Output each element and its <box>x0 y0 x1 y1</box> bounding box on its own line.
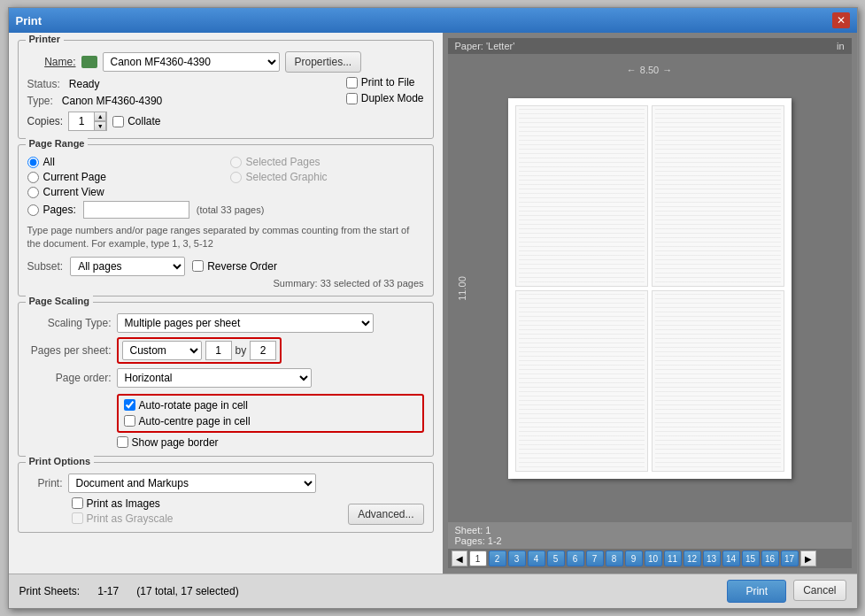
options-content: Print: Document and Markups Print as Ima… <box>27 470 424 525</box>
print-as-images-checkbox[interactable] <box>72 497 83 509</box>
page-tab-10[interactable]: 10 <box>645 551 662 566</box>
page-tab-5[interactable]: 5 <box>547 551 565 566</box>
selected-graphic-radio[interactable] <box>230 172 242 183</box>
pps-outlined-box: Custom by <box>117 337 282 364</box>
print-button[interactable]: Print <box>727 580 786 603</box>
reverse-order-checkbox[interactable] <box>192 260 204 272</box>
status-row: Status: Ready <box>27 76 163 90</box>
title-bar: Print ✕ <box>9 8 857 33</box>
pages-label: Pages: <box>43 204 76 216</box>
subset-select[interactable]: All pages <box>70 257 185 276</box>
spinner-down[interactable]: ▼ <box>94 121 106 131</box>
pps-y-input[interactable] <box>250 341 276 360</box>
page-tab-16[interactable]: 16 <box>761 551 779 566</box>
print-sheets-label: Print Sheets: <box>19 585 81 597</box>
close-button[interactable]: ✕ <box>832 12 850 28</box>
properties-button[interactable]: Properties... <box>285 51 362 73</box>
page-tab-15[interactable]: 15 <box>742 551 760 566</box>
summary-row: Summary: 33 selected of 33 pages <box>27 276 424 289</box>
page-tab-2[interactable]: 2 <box>489 551 506 566</box>
printer-name-select[interactable]: Canon MF4360-4390 <box>103 52 280 72</box>
selected-graphic-label: Selected Graphic <box>246 171 328 183</box>
page-tab-7[interactable]: 7 <box>586 551 604 566</box>
page-order-row: Page order: Horizontal <box>27 368 424 388</box>
copies-row: Copies: ▲ ▼ Collate <box>27 110 163 131</box>
current-page-radio-row: Current Page <box>27 171 221 183</box>
pages-radio[interactable] <box>27 204 39 216</box>
page-tab-13[interactable]: 13 <box>703 551 721 566</box>
cancel-button[interactable]: Cancel <box>793 580 846 601</box>
print-sheets-range: 1-17 <box>97 585 119 597</box>
current-view-radio[interactable] <box>27 187 39 198</box>
page-range-section: Page Range All Selected Pages Current Pa… <box>18 144 434 296</box>
page-order-select[interactable]: Horizontal <box>117 368 312 388</box>
pps-label: Pages per sheet: <box>27 344 112 357</box>
checkbox-outlined-group: Auto-rotate page in cell Auto-centre pag… <box>117 394 424 433</box>
print-to-file-label: Print to File <box>361 76 415 89</box>
auto-centre-checkbox[interactable] <box>124 415 135 427</box>
type-row: Type: Canon MF4360-4390 <box>27 93 163 107</box>
duplex-mode-row: Duplex Mode <box>346 92 424 104</box>
checkboxes-area: Auto-rotate page in cell Auto-centre pag… <box>27 392 424 449</box>
pps-x-input[interactable] <box>205 341 232 360</box>
page-tab-1[interactable]: 1 <box>469 551 487 566</box>
page-scaling-section: Page Scaling Scaling Type: Multiple page… <box>18 302 434 457</box>
auto-centre-row: Auto-centre page in cell <box>124 415 417 427</box>
page-content-2 <box>655 109 781 283</box>
current-page-radio[interactable] <box>27 172 39 183</box>
all-radio[interactable] <box>27 157 39 168</box>
page-tab-14[interactable]: 14 <box>722 551 740 566</box>
copies-input[interactable] <box>69 112 94 130</box>
paper-preview-area: ← 8.50 → 11.00 <box>448 54 852 522</box>
scaling-type-select[interactable]: Multiple pages per sheet <box>117 313 374 333</box>
page-tab-3[interactable]: 3 <box>508 551 526 566</box>
print-to-file-checkbox[interactable] <box>346 77 358 89</box>
page-tab-12[interactable]: 12 <box>684 551 701 566</box>
page-cell-2 <box>652 105 784 287</box>
show-border-checkbox[interactable] <box>117 436 128 448</box>
print-select[interactable]: Document and Markups <box>68 474 316 493</box>
tabs-next[interactable]: ▶ <box>800 551 816 566</box>
page-tab-8[interactable]: 8 <box>606 551 623 566</box>
advanced-button[interactable]: Advanced... <box>348 504 423 525</box>
print-as-images-row: Print as Images <box>72 497 174 510</box>
tabs-prev[interactable]: ◀ <box>452 551 467 566</box>
printer-section: Printer Name: Canon MF4360-4390 Properti… <box>18 40 434 139</box>
range-grid: All Selected Pages Current Page Selected… <box>27 152 424 253</box>
selected-pages-radio[interactable] <box>230 157 242 168</box>
page-tab-6[interactable]: 6 <box>567 551 584 566</box>
print-grayscale-row: Print as Grayscale <box>72 512 174 525</box>
width-dimension: ← 8.50 → <box>627 65 672 75</box>
spinner-up[interactable]: ▲ <box>94 112 106 121</box>
print-grayscale-checkbox[interactable] <box>72 512 83 524</box>
printer-meta-left: Status: Ready Type: Canon MF4360-4390 Co… <box>27 76 163 131</box>
height-dimension: 11.00 <box>457 276 467 301</box>
pps-select[interactable]: Custom <box>122 341 202 360</box>
spinner-buttons: ▲ ▼ <box>94 112 106 131</box>
collate-checkbox[interactable] <box>112 116 124 127</box>
scaling-content: Scaling Type: Multiple pages per sheet P… <box>27 310 424 449</box>
pages-input[interactable] <box>83 201 189 219</box>
page-tab-9[interactable]: 9 <box>625 551 643 566</box>
pages-hint: Type page numbers and/or page ranges sep… <box>27 221 424 253</box>
pages-radio-row: Pages: <box>27 204 76 216</box>
pages-input-row: Pages: (total 33 pages) <box>27 201 424 219</box>
show-border-label: Show page border <box>132 436 219 449</box>
collate-label: Collate <box>127 115 160 127</box>
status-value: Ready <box>69 78 100 90</box>
current-view-radio-row: Current View <box>27 186 221 198</box>
sheet-label: Sheet: 1 <box>455 525 845 535</box>
selected-pages-label: Selected Pages <box>246 156 321 168</box>
page-tabs-row: ◀ 1 2 3 4 5 6 7 8 9 10 11 12 13 14 15 16… <box>448 549 852 568</box>
page-tab-11[interactable]: 11 <box>664 551 682 566</box>
page-content-3 <box>519 294 645 468</box>
print-as-images-label: Print as Images <box>87 497 160 510</box>
page-tab-4[interactable]: 4 <box>528 551 545 566</box>
page-tab-17[interactable]: 17 <box>781 551 799 566</box>
type-value: Canon MF4360-4390 <box>62 95 162 107</box>
page-range-title: Page Range <box>26 138 89 149</box>
show-border-row: Show page border <box>117 436 424 449</box>
auto-rotate-checkbox[interactable] <box>124 399 135 411</box>
duplex-mode-checkbox[interactable] <box>346 93 358 104</box>
print-to-file-row: Print to File <box>346 76 424 89</box>
